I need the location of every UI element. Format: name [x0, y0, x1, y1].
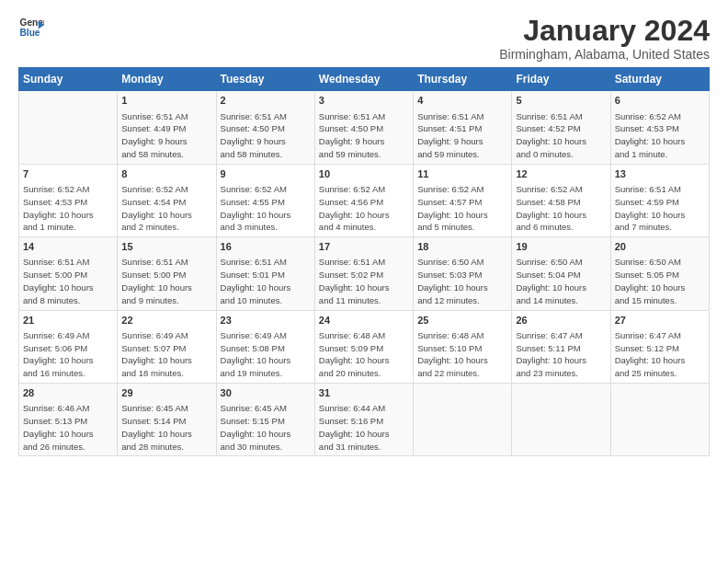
day-number: 24 [319, 314, 409, 327]
logo-icon: General Blue [18, 15, 44, 40]
day-cell: 1Sunrise: 6:51 AMSunset: 4:49 PMDaylight… [118, 91, 216, 164]
weekday-monday: Monday [118, 68, 216, 91]
day-cell: 19Sunrise: 6:50 AMSunset: 5:04 PMDayligh… [512, 237, 610, 310]
day-number: 9 [221, 167, 311, 181]
day-number: 22 [121, 314, 211, 327]
day-number: 18 [417, 240, 507, 254]
day-number: 28 [23, 386, 113, 400]
day-number: 20 [615, 240, 705, 254]
day-info: Sunrise: 6:48 AMSunset: 5:09 PMDaylight:… [319, 329, 409, 380]
day-number: 3 [319, 94, 409, 108]
day-cell: 15Sunrise: 6:51 AMSunset: 5:00 PMDayligh… [118, 237, 216, 310]
day-cell: 20Sunrise: 6:50 AMSunset: 5:05 PMDayligh… [610, 237, 709, 310]
day-cell: 23Sunrise: 6:49 AMSunset: 5:08 PMDayligh… [216, 310, 314, 383]
week-row-1: 7Sunrise: 6:52 AMSunset: 4:53 PMDaylight… [19, 164, 710, 236]
day-info: Sunrise: 6:52 AMSunset: 4:57 PMDaylight:… [417, 183, 507, 234]
day-cell: 27Sunrise: 6:47 AMSunset: 5:12 PMDayligh… [610, 310, 709, 383]
day-number: 14 [23, 240, 113, 254]
day-cell: 24Sunrise: 6:48 AMSunset: 5:09 PMDayligh… [314, 310, 413, 383]
day-info: Sunrise: 6:52 AMSunset: 4:54 PMDaylight:… [121, 183, 211, 234]
day-info: Sunrise: 6:49 AMSunset: 5:07 PMDaylight:… [121, 329, 211, 380]
day-info: Sunrise: 6:52 AMSunset: 4:58 PMDaylight:… [516, 183, 606, 234]
day-info: Sunrise: 6:52 AMSunset: 4:56 PMDaylight:… [319, 183, 409, 234]
day-cell: 29Sunrise: 6:45 AMSunset: 5:14 PMDayligh… [118, 384, 216, 456]
day-info: Sunrise: 6:51 AMSunset: 5:00 PMDaylight:… [121, 256, 211, 306]
day-cell: 10Sunrise: 6:52 AMSunset: 4:56 PMDayligh… [314, 164, 413, 236]
day-info: Sunrise: 6:52 AMSunset: 4:55 PMDaylight:… [221, 183, 311, 234]
day-number: 25 [417, 314, 507, 327]
day-cell: 4Sunrise: 6:51 AMSunset: 4:51 PMDaylight… [414, 91, 512, 164]
day-info: Sunrise: 6:50 AMSunset: 5:05 PMDaylight:… [615, 256, 705, 306]
day-cell: 22Sunrise: 6:49 AMSunset: 5:07 PMDayligh… [118, 310, 216, 383]
day-number: 4 [417, 94, 507, 108]
day-info: Sunrise: 6:51 AMSunset: 5:01 PMDaylight:… [221, 256, 311, 306]
day-info: Sunrise: 6:51 AMSunset: 4:49 PMDaylight:… [121, 110, 211, 161]
day-number: 13 [615, 167, 705, 181]
day-cell: 12Sunrise: 6:52 AMSunset: 4:58 PMDayligh… [512, 164, 610, 236]
day-info: Sunrise: 6:49 AMSunset: 5:06 PMDaylight:… [23, 329, 113, 380]
day-info: Sunrise: 6:51 AMSunset: 5:00 PMDaylight:… [23, 256, 113, 306]
day-number: 12 [516, 167, 606, 181]
day-cell: 14Sunrise: 6:51 AMSunset: 5:00 PMDayligh… [19, 237, 118, 310]
day-cell: 6Sunrise: 6:52 AMSunset: 4:53 PMDaylight… [610, 91, 709, 164]
day-number: 29 [121, 386, 211, 400]
day-info: Sunrise: 6:45 AMSunset: 5:14 PMDaylight:… [121, 402, 211, 453]
day-cell [512, 384, 610, 456]
day-number: 27 [615, 314, 705, 327]
weekday-wednesday: Wednesday [314, 68, 413, 91]
calendar-table: SundayMondayTuesdayWednesdayThursdayFrid… [18, 67, 710, 456]
day-number: 30 [221, 386, 311, 400]
weekday-thursday: Thursday [414, 68, 512, 91]
day-cell: 21Sunrise: 6:49 AMSunset: 5:06 PMDayligh… [19, 310, 118, 383]
day-number: 2 [221, 94, 311, 108]
day-number: 26 [516, 314, 606, 327]
day-info: Sunrise: 6:51 AMSunset: 4:50 PMDaylight:… [319, 110, 409, 161]
day-info: Sunrise: 6:44 AMSunset: 5:16 PMDaylight:… [319, 402, 409, 453]
day-info: Sunrise: 6:50 AMSunset: 5:03 PMDaylight:… [417, 256, 507, 306]
day-cell: 8Sunrise: 6:52 AMSunset: 4:54 PMDaylight… [118, 164, 216, 236]
day-number: 8 [121, 167, 211, 181]
day-cell: 13Sunrise: 6:51 AMSunset: 4:59 PMDayligh… [610, 164, 709, 236]
day-cell: 16Sunrise: 6:51 AMSunset: 5:01 PMDayligh… [216, 237, 314, 310]
day-info: Sunrise: 6:48 AMSunset: 5:10 PMDaylight:… [417, 329, 507, 380]
day-cell: 17Sunrise: 6:51 AMSunset: 5:02 PMDayligh… [314, 237, 413, 310]
day-info: Sunrise: 6:51 AMSunset: 4:51 PMDaylight:… [417, 110, 507, 161]
page: General Blue January 2024 Birmingham, Al… [0, 0, 728, 563]
day-info: Sunrise: 6:51 AMSunset: 4:50 PMDaylight:… [221, 110, 311, 161]
day-number: 11 [417, 167, 507, 181]
day-cell [19, 91, 118, 164]
main-title: January 2024 [499, 15, 710, 47]
day-cell: 18Sunrise: 6:50 AMSunset: 5:03 PMDayligh… [414, 237, 512, 310]
day-info: Sunrise: 6:51 AMSunset: 5:02 PMDaylight:… [319, 256, 409, 306]
day-number: 7 [23, 167, 113, 181]
day-number: 6 [615, 94, 705, 108]
day-number: 19 [516, 240, 606, 254]
day-number: 21 [23, 314, 113, 327]
svg-text:Blue: Blue [20, 28, 40, 38]
day-cell: 9Sunrise: 6:52 AMSunset: 4:55 PMDaylight… [216, 164, 314, 236]
logo: General Blue [18, 15, 44, 40]
day-cell: 3Sunrise: 6:51 AMSunset: 4:50 PMDaylight… [314, 91, 413, 164]
day-cell: 30Sunrise: 6:45 AMSunset: 5:15 PMDayligh… [216, 384, 314, 456]
day-cell: 5Sunrise: 6:51 AMSunset: 4:52 PMDaylight… [512, 91, 610, 164]
day-info: Sunrise: 6:51 AMSunset: 4:59 PMDaylight:… [615, 183, 705, 234]
day-number: 16 [221, 240, 311, 254]
title-section: January 2024 Birmingham, Alabama, United… [499, 15, 710, 62]
day-cell: 7Sunrise: 6:52 AMSunset: 4:53 PMDaylight… [19, 164, 118, 236]
day-info: Sunrise: 6:51 AMSunset: 4:52 PMDaylight:… [516, 110, 606, 161]
day-info: Sunrise: 6:50 AMSunset: 5:04 PMDaylight:… [516, 256, 606, 306]
day-cell: 28Sunrise: 6:46 AMSunset: 5:13 PMDayligh… [19, 384, 118, 456]
day-info: Sunrise: 6:47 AMSunset: 5:12 PMDaylight:… [615, 329, 705, 380]
day-info: Sunrise: 6:52 AMSunset: 4:53 PMDaylight:… [615, 110, 705, 161]
day-cell: 31Sunrise: 6:44 AMSunset: 5:16 PMDayligh… [314, 384, 413, 456]
day-cell: 11Sunrise: 6:52 AMSunset: 4:57 PMDayligh… [414, 164, 512, 236]
day-info: Sunrise: 6:45 AMSunset: 5:15 PMDaylight:… [221, 402, 311, 453]
subtitle: Birmingham, Alabama, United States [499, 47, 710, 62]
day-info: Sunrise: 6:52 AMSunset: 4:53 PMDaylight:… [23, 183, 113, 234]
day-info: Sunrise: 6:46 AMSunset: 5:13 PMDaylight:… [23, 402, 113, 453]
weekday-sunday: Sunday [19, 68, 118, 91]
weekday-friday: Friday [512, 68, 610, 91]
day-info: Sunrise: 6:47 AMSunset: 5:11 PMDaylight:… [516, 329, 606, 380]
day-cell [610, 384, 709, 456]
day-cell: 25Sunrise: 6:48 AMSunset: 5:10 PMDayligh… [414, 310, 512, 383]
